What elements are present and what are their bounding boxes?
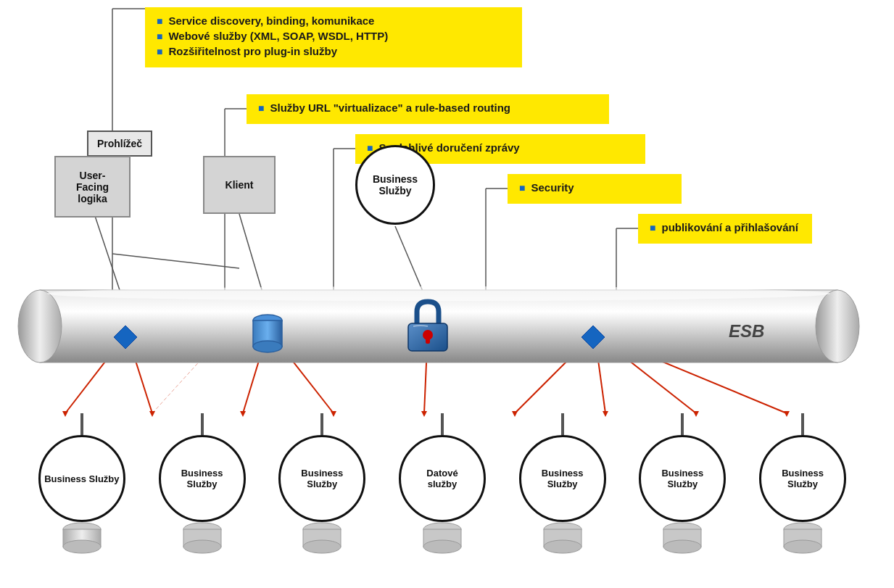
callout-security: ■ Security (508, 174, 682, 204)
db-icon-1 (60, 522, 104, 555)
service-circle-5: BusinessSlužby (519, 435, 606, 522)
svg-point-38 (816, 290, 859, 363)
bs-above-label: BusinessSlužby (373, 173, 418, 196)
connector-5 (561, 413, 564, 435)
bullet-icon-3: ■ (157, 46, 162, 57)
bottom-services: Business Služby BusinessSlužby (22, 413, 863, 555)
callout-publishing: ■ publikování a přihlašování (638, 214, 812, 244)
prohlizec-label: Prohlížeč (97, 138, 142, 149)
service-item-5: BusinessSlužby (519, 413, 606, 555)
bullet-icon-2: ■ (157, 30, 162, 42)
service-item-4: Datovéslužby (399, 413, 486, 555)
callout-text-4: Služby URL "virtualizace" a rule-based r… (270, 102, 510, 114)
svg-text:ESB: ESB (729, 321, 764, 341)
service-label-4: Datovéslužby (426, 468, 458, 489)
svg-line-3 (112, 254, 239, 268)
service-item-7: BusinessSlužby (759, 413, 846, 555)
service-item-6: BusinessSlužby (639, 413, 726, 555)
callout-text-6: Security (531, 181, 574, 194)
prohlizec-box: Prohlížeč (87, 131, 152, 157)
svg-point-45 (253, 341, 282, 352)
svg-point-54 (183, 540, 221, 553)
klient-box: Klient (203, 156, 276, 214)
callout-url: ■ Služby URL "virtualizace" a rule-based… (247, 94, 609, 124)
svg-point-57 (303, 540, 341, 553)
service-label-1: Business Služby (44, 473, 119, 484)
connector-4 (441, 413, 444, 435)
connector-2 (201, 413, 204, 435)
cylinder-pipe (250, 312, 285, 358)
db-icon-3 (300, 522, 344, 555)
bullet-icon-1: ■ (157, 15, 162, 27)
callout-text-7: publikování a přihlašování (661, 221, 798, 233)
business-sluzby-above: BusinessSlužby (355, 145, 435, 225)
diamond-left (112, 324, 138, 353)
svg-point-37 (18, 290, 62, 363)
service-circle-3: BusinessSlužby (278, 435, 365, 522)
service-circle-7: BusinessSlužby (759, 435, 846, 522)
service-item-3: BusinessSlužby (278, 413, 365, 555)
service-item-1: Business Služby (38, 413, 125, 555)
callout-service-discovery: ■ Service discovery, binding, komunikace… (145, 7, 522, 67)
service-item-2: BusinessSlužby (159, 413, 246, 555)
bullet-icon-7: ■ (650, 222, 655, 233)
connector-3 (320, 413, 323, 435)
service-label-5: BusinessSlužby (542, 468, 584, 489)
db-icon-6 (661, 522, 704, 555)
svg-point-66 (663, 540, 701, 553)
db-icon-7 (781, 522, 824, 555)
bullet-icon-6: ■ (519, 182, 525, 194)
svg-marker-42 (581, 326, 605, 349)
callout-text-2: Webové služby (XML, SOAP, WSDL, HTTP) (168, 30, 388, 42)
service-label-2: BusinessSlužby (181, 468, 223, 489)
db-icon-4 (421, 522, 464, 555)
connector-6 (681, 413, 684, 435)
user-facing-label: User-Facinglogika (76, 170, 109, 204)
diamond-right (580, 324, 606, 353)
user-facing-box: User-Facinglogika (54, 156, 131, 218)
service-circle-4: Datovéslužby (399, 435, 486, 522)
service-circle-6: BusinessSlužby (639, 435, 726, 522)
diagram: ■ Service discovery, binding, komunikace… (0, 0, 894, 588)
lock-icon (402, 296, 453, 357)
service-label-3: BusinessSlužby (301, 468, 343, 489)
svg-marker-41 (114, 326, 137, 349)
bullet-icon-4: ■ (258, 102, 264, 114)
db-icon-2 (181, 522, 224, 555)
service-circle-1: Business Služby (38, 435, 125, 522)
service-label-7: BusinessSlužby (782, 468, 824, 489)
klient-label: Klient (225, 179, 254, 191)
db-icon-5 (541, 522, 584, 555)
svg-point-69 (784, 540, 821, 553)
connector-1 (80, 413, 83, 435)
svg-point-51 (63, 540, 101, 553)
service-circle-2: BusinessSlužby (159, 435, 246, 522)
svg-point-60 (423, 540, 461, 553)
svg-point-63 (544, 540, 581, 553)
connector-7 (801, 413, 804, 435)
service-label-6: BusinessSlužby (661, 468, 703, 489)
svg-rect-48 (426, 335, 430, 344)
callout-text-1: Service discovery, binding, komunikace (168, 15, 374, 27)
callout-text-3: Rozšiřitelnost pro plug-in služby (168, 45, 337, 57)
